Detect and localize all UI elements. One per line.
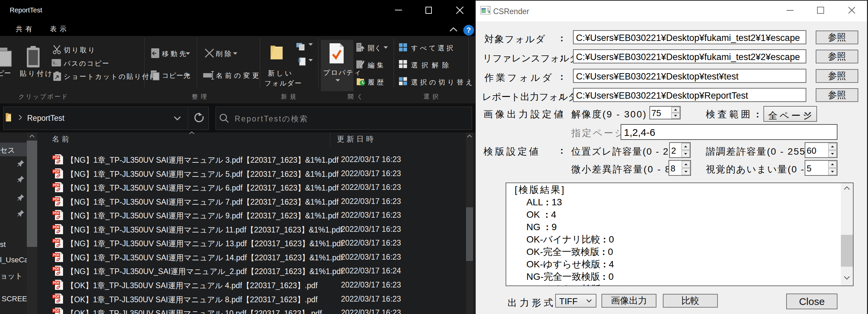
svg-text:PDF: PDF — [53, 170, 60, 173]
svg-text:PDF: PDF — [53, 183, 60, 187]
svg-text:PDF: PDF — [53, 267, 60, 271]
svg-text:PDF: PDF — [53, 198, 60, 201]
svg-text:\\..: \\.. — [53, 60, 57, 65]
svg-text:PDF: PDF — [53, 309, 60, 313]
svg-text:PDF: PDF — [53, 225, 60, 229]
svg-text:PDF: PDF — [53, 211, 60, 215]
svg-text:PDF: PDF — [53, 281, 60, 285]
svg-text:PDF: PDF — [53, 295, 60, 298]
svg-text:PDF: PDF — [53, 156, 60, 159]
svg-text:PDF: PDF — [53, 239, 60, 243]
svg-text:PDF: PDF — [53, 253, 60, 257]
